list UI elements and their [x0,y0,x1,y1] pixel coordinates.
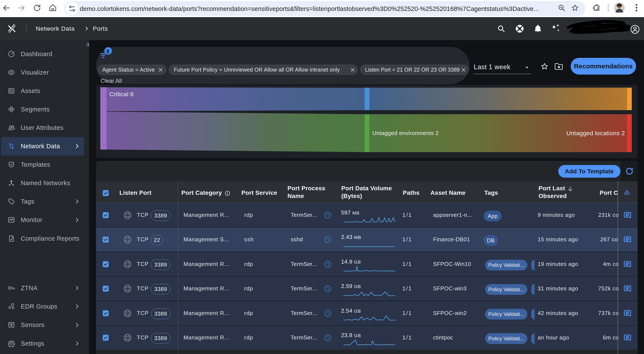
svg-text:Untagged environments 2: Untagged environments 2 [372,130,438,136]
svg-text:Untagged locations 2: Untagged locations 2 [566,130,625,136]
svg-text:Critical 6: Critical 6 [109,91,134,97]
